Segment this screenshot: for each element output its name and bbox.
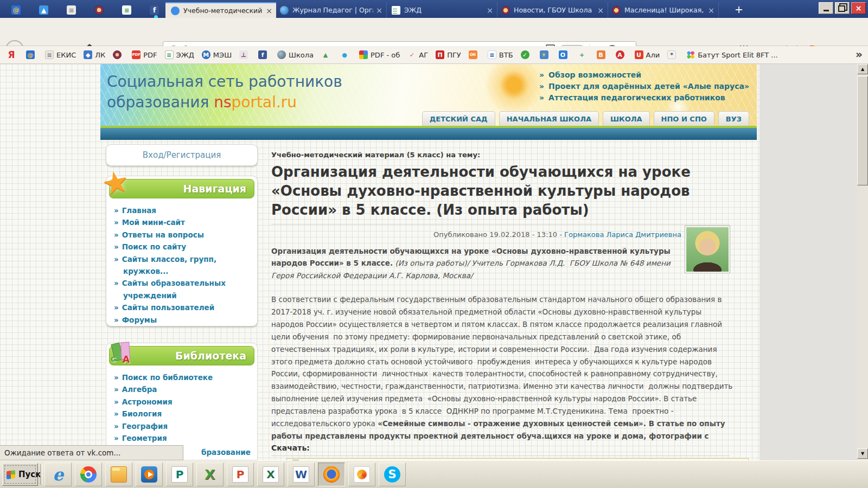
sidebar-nav-link[interactable]: »Сайты пользователей <box>114 301 254 313</box>
bm-triangle[interactable]: ▲ <box>317 49 336 61</box>
bm-sber[interactable]: ✓ <box>517 49 536 61</box>
pinned-tab-mail[interactable]: @ <box>4 2 28 18</box>
ql-ie[interactable]: e <box>44 463 72 486</box>
bm-school[interactable]: Школа <box>273 49 317 61</box>
bm-lk[interactable]: ◆ ЛК <box>80 49 109 61</box>
bm-yandex[interactable]: Я <box>3 49 22 61</box>
sidebar-library-link[interactable]: »Биология <box>114 408 254 420</box>
bm-drop[interactable]: ● <box>336 49 355 61</box>
scrollbar-thumb[interactable] <box>857 76 868 185</box>
books-icon: С А <box>111 340 135 366</box>
app-icon <box>111 466 127 483</box>
bm-pdf[interactable]: PDF PDF <box>128 49 161 61</box>
bm-ekis[interactable]: ≡ ЕКИС <box>41 49 80 61</box>
sidebar-library-link[interactable]: »География <box>114 420 254 432</box>
bookmarks-overflow-icon[interactable]: » <box>856 48 863 61</box>
bm-cross[interactable]: + <box>574 49 593 61</box>
pinned-tab-emblem[interactable] <box>87 2 111 18</box>
bm-emblem[interactable] <box>109 49 128 61</box>
app-icon: X <box>263 466 279 483</box>
site-nav-tab[interactable]: ДЕТСКИЙ САД <box>422 111 495 126</box>
site-nav-tab[interactable]: ШКОЛА <box>603 111 650 126</box>
header-teal-bar <box>100 128 757 140</box>
scroll-up-button[interactable]: ▲ <box>857 64 868 74</box>
tab-close-icon[interactable]: × <box>376 6 382 15</box>
browser-tab[interactable]: Журнал Педагог | Орга × <box>276 2 387 18</box>
sidebar-nav-link[interactable]: »Поиск по сайту <box>114 241 254 253</box>
header-link[interactable]: »Проект для одарённых детей «Алые паруса… <box>539 81 749 92</box>
bm-ezhd[interactable]: ≡ ЭЖД <box>161 49 198 61</box>
ql-firefox[interactable] <box>318 463 345 486</box>
bm-ali[interactable]: U Али <box>631 49 664 61</box>
sidebar-library-link[interactable]: »Астрономия <box>114 396 254 408</box>
author-link[interactable]: Гормакова Лариса Дмитриевна <box>564 230 681 239</box>
restore-button[interactable] <box>835 2 850 14</box>
bm-ag[interactable]: ✓ АГ <box>404 49 432 61</box>
browser-tab[interactable]: Новости, ГБОУ Школа × <box>497 2 608 18</box>
ql-resizer[interactable]: X <box>196 463 224 486</box>
bm-colors[interactable]: PDF - об <box>355 49 404 61</box>
bm-dots[interactable]: Батут Sport Elit 8FT ... <box>682 49 782 61</box>
bm-pgu[interactable]: П ПГУ <box>432 49 465 61</box>
tab-close-icon[interactable]: × <box>266 7 272 15</box>
pinned-tab-photo[interactable]: ▲ <box>32 2 55 18</box>
bm-facebook[interactable]: f <box>254 49 273 61</box>
ql-xnview[interactable] <box>348 463 375 486</box>
ql-powerpoint[interactable]: P <box>227 463 254 486</box>
bm-mesh[interactable]: М МЭШ <box>198 49 235 61</box>
bm-mail[interactable]: @ <box>22 49 41 61</box>
ql-publisher[interactable]: P <box>166 463 193 486</box>
start-button[interactable]: Пуск <box>2 463 38 486</box>
sidebar-nav-link[interactable]: »Сайты образовательных учреждений <box>114 277 254 301</box>
sidebar-library-link[interactable]: »Алгебра <box>114 383 254 395</box>
browser-tab[interactable]: Масленица! Широкая, р × <box>608 2 719 18</box>
bm-tool[interactable]: ⊥ <box>235 49 254 61</box>
sidebar-library-link-partial[interactable]: бразование <box>201 448 251 457</box>
browser-tab[interactable]: ЭЖД × <box>387 2 497 18</box>
sidebar-nav-link[interactable]: »Сайты классов, групп, кружков... <box>114 253 254 278</box>
tab-close-icon[interactable]: × <box>597 6 604 15</box>
pinned-tab-icon: ▲ <box>39 5 48 15</box>
bookmark-label: ЭЖД <box>176 51 194 59</box>
pinned-tab-news[interactable]: ≡ <box>60 2 83 18</box>
page-scrollbar[interactable]: ▲ ▼ <box>857 64 868 460</box>
ql-explorer[interactable] <box>105 463 132 486</box>
bm-sun[interactable]: ☀ <box>536 49 555 61</box>
bm-ok[interactable]: ОК <box>465 49 484 61</box>
close-button[interactable]: × <box>851 2 866 14</box>
sidebar-library-link[interactable]: »Поиск по библиотеке <box>114 371 254 383</box>
site-title[interactable]: Социальная сеть работников образования n… <box>107 72 342 113</box>
ql-skype[interactable]: S <box>379 463 406 486</box>
ql-excel[interactable]: X <box>257 463 284 486</box>
tab-close-icon[interactable]: × <box>708 6 714 15</box>
ql-chrome[interactable] <box>75 463 102 486</box>
sidebar-nav-link[interactable]: »Форумы <box>114 314 254 326</box>
ql-word[interactable]: W <box>288 463 315 486</box>
bm-butterfly[interactable]: * <box>663 49 682 61</box>
sidebar-library-link[interactable]: »Геометрия <box>114 432 254 444</box>
bm-a[interactable]: А <box>612 49 631 61</box>
header-link[interactable]: »Обзор возможностей <box>539 69 749 81</box>
pinned-tab-ezhd[interactable]: ≡ <box>115 2 138 18</box>
login-button[interactable]: Вход/Регистрация <box>106 144 258 166</box>
sidebar-nav-link[interactable]: »Ответы на вопросы <box>114 229 254 241</box>
site-nav-tab[interactable]: ВУЗ <box>718 111 749 126</box>
ql-wmp[interactable] <box>136 463 163 486</box>
start-label: Пуск <box>18 470 41 479</box>
minimize-button[interactable] <box>819 2 833 14</box>
browser-tab[interactable]: Учебно-методический м × <box>165 2 276 18</box>
sidebar-nav-link[interactable]: »Мой мини-сайт <box>114 216 254 228</box>
header-link[interactable]: »Аттестация педагогических работников <box>539 92 749 104</box>
bookmark-label: АГ <box>419 51 428 59</box>
bm-b[interactable]: В <box>593 49 612 61</box>
bm-vtb[interactable]: ≡ ВТБ <box>484 49 517 61</box>
bm-o[interactable]: O <box>555 49 574 61</box>
status-tooltip: Ожидание ответа от vk.com... <box>0 445 183 460</box>
site-nav-tab[interactable]: НАЧАЛЬНАЯ ШКОЛА <box>499 111 599 126</box>
scroll-down-button[interactable]: ▼ <box>857 448 868 459</box>
sidebar-nav-link[interactable]: »Главная <box>114 204 254 216</box>
new-tab-button[interactable]: + <box>731 2 746 16</box>
tab-close-icon[interactable]: × <box>487 6 493 15</box>
site-nav-tab[interactable]: НПО И СПО <box>654 111 714 126</box>
sidebar-library-label: Геометрия <box>122 434 167 442</box>
